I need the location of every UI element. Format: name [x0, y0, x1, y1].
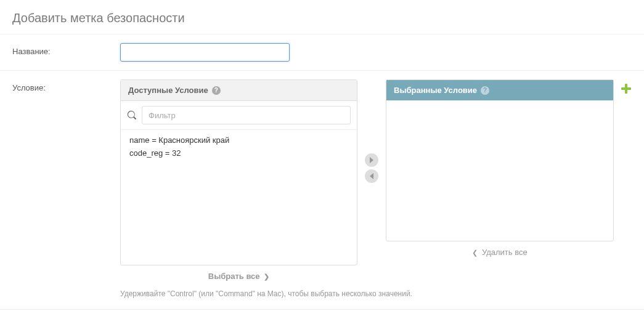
help-icon[interactable]: ? — [212, 86, 221, 95]
remove-all-button[interactable]: ❮ Удалить все — [386, 241, 614, 261]
available-list[interactable]: name = Красноярский край code_reg = 32 — [121, 129, 357, 265]
search-icon — [127, 110, 137, 120]
add-button[interactable] — [621, 79, 631, 95]
name-label: Название: — [12, 43, 120, 62]
page-title: Добавить метка безопасности — [0, 0, 644, 34]
condition-row: Условие: Доступные Условие ? — [0, 71, 644, 310]
hint-text: Удерживайте "Control" (или "Command" на … — [120, 285, 632, 301]
available-panel: Доступные Условие ? name = Красноярский … — [120, 79, 357, 265]
help-icon[interactable]: ? — [481, 86, 489, 95]
chevron-left-icon: ❮ — [472, 249, 479, 256]
plus-icon — [621, 84, 631, 94]
move-left-button[interactable] — [365, 169, 378, 183]
move-right-button[interactable] — [365, 153, 378, 167]
condition-label: Условие: — [12, 79, 120, 301]
available-header: Доступные Условие ? — [121, 80, 357, 101]
transfer-buttons — [365, 79, 378, 183]
selected-header-label: Выбранные Условие — [394, 86, 477, 95]
available-header-label: Доступные Условие — [128, 86, 208, 95]
select-all-button[interactable]: Выбрать все ❯ — [120, 265, 357, 285]
remove-all-label: Удалить все — [482, 248, 528, 257]
select-all-label: Выбрать все — [208, 272, 260, 281]
list-item[interactable]: name = Красноярский край — [121, 134, 357, 147]
list-item[interactable]: code_reg = 32 — [121, 147, 357, 160]
name-row: Название: — [0, 34, 644, 71]
name-input[interactable] — [120, 43, 290, 62]
svg-rect-1 — [621, 87, 631, 90]
chevron-right-icon: ❯ — [262, 273, 269, 280]
selected-panel: Выбранные Условие ? — [386, 79, 614, 241]
arrow-left-icon — [369, 173, 375, 179]
filter-input[interactable] — [142, 106, 351, 124]
selected-header: Выбранные Условие ? — [386, 80, 613, 100]
arrow-right-icon — [369, 157, 375, 163]
selected-list[interactable] — [388, 102, 611, 239]
